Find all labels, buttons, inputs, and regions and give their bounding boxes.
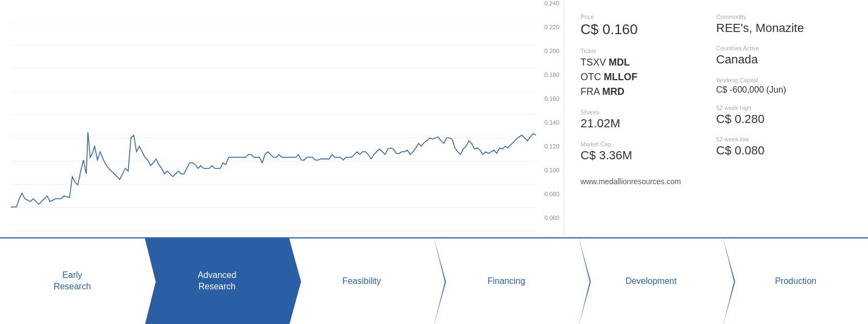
- countries-item: Countries Active Canada: [716, 45, 852, 67]
- commodity-item: Commodity REE's, Monazite: [716, 14, 852, 35]
- working-capital-label: Working Capital: [716, 77, 852, 83]
- y-label-7: 0.100: [544, 167, 559, 173]
- y-label-6: 0.120: [544, 143, 559, 150]
- ticker-label: Ticker: [580, 48, 716, 54]
- right-col: Commodity REE's, Monazite Countries Acti…: [716, 14, 852, 172]
- info-panel: Price C$ 0.160 Ticker TSXV MDL OTC MLLOF…: [564, 0, 868, 237]
- commodity-value: REE's, Monazite: [716, 21, 852, 35]
- y-label-8: 0.080: [544, 191, 559, 197]
- week-low-item: 52 week low C$ 0.080: [716, 136, 852, 158]
- pipeline-step-production: Production: [723, 238, 868, 324]
- market-cap-label: Market Cap: [580, 141, 716, 147]
- y-label-5: 0.140: [544, 119, 559, 126]
- y-label-0: 0.240: [544, 0, 559, 7]
- ticker-tsxv: TSXV MDL: [580, 55, 716, 70]
- working-capital-item: Working Capital C$ -600,000 (Jun): [716, 77, 852, 95]
- top-section: 0.240 0.220 0.200 0.180 0.160 0.140 0.12…: [0, 0, 868, 237]
- week-high-item: 52 week high C$ 0.280: [716, 105, 852, 126]
- pipeline-bar: EarlyResearch AdvancedResearch Feasibili…: [0, 237, 868, 324]
- countries-value: Canada: [716, 53, 852, 67]
- price-block: Price C$ 0.160 Ticker TSXV MDL OTC MLLOF…: [580, 14, 716, 172]
- price-value: C$ 0.160: [580, 21, 716, 38]
- y-label-1: 0.220: [544, 24, 559, 30]
- pipeline-label-development: Development: [626, 276, 676, 287]
- shares-label: Shares: [580, 109, 716, 115]
- week-high-label: 52 week high: [716, 105, 852, 111]
- week-low-value: C$ 0.080: [716, 144, 852, 158]
- pipeline-label-financing: Financing: [488, 276, 525, 287]
- y-label-9: 0.060: [544, 215, 559, 221]
- week-high-value: C$ 0.280: [716, 112, 852, 126]
- commodity-label: Commodity: [716, 14, 852, 20]
- y-label-2: 0.200: [544, 48, 559, 54]
- pipeline-label-advanced-research: AdvancedResearch: [197, 270, 236, 293]
- working-capital-value: C$ -600,000 (Jun): [716, 85, 852, 95]
- pipeline-label-production: Production: [775, 276, 816, 287]
- ticker-otc: OTC MLLOF: [580, 70, 716, 85]
- pipeline-step-feasibility: Feasibility: [289, 238, 434, 324]
- y-label-3: 0.180: [544, 72, 559, 78]
- shares-value: 21.02M: [580, 116, 716, 131]
- pipeline-step-advanced-research: AdvancedResearch: [145, 238, 290, 324]
- y-axis: 0.240 0.220 0.200 0.180 0.160 0.140 0.12…: [544, 0, 559, 221]
- pipeline-label-feasibility: Feasibility: [342, 276, 381, 287]
- countries-label: Countries Active: [716, 45, 852, 51]
- pipeline-label-early-research: EarlyResearch: [54, 270, 91, 293]
- website-block: www.medallionresources.com: [580, 177, 852, 186]
- ticker-item: Ticker TSXV MDL OTC MLLOF FRA MRD: [580, 48, 716, 99]
- price-label: Price: [580, 14, 716, 20]
- chart-area: 0.240 0.220 0.200 0.180 0.160 0.140 0.12…: [0, 0, 564, 237]
- y-label-4: 0.160: [544, 95, 559, 102]
- shares-item: Shares 21.02M: [580, 109, 716, 131]
- market-cap-item: Market Cap C$ 3.36M: [580, 141, 716, 163]
- pipeline-step-financing: Financing: [434, 238, 579, 324]
- market-cap-value: C$ 3.36M: [580, 148, 716, 163]
- ticker-fra: FRA MRD: [580, 85, 716, 99]
- price-item: Price C$ 0.160: [580, 14, 716, 38]
- website-url[interactable]: www.medallionresources.com: [580, 177, 681, 186]
- pipeline-step-early-research: EarlyResearch: [0, 238, 145, 324]
- price-chart: [11, 11, 558, 232]
- week-low-label: 52 week low: [716, 136, 852, 142]
- pipeline-step-development: Development: [579, 238, 724, 324]
- info-grid: Price C$ 0.160 Ticker TSXV MDL OTC MLLOF…: [580, 14, 852, 172]
- main-container: 0.240 0.220 0.200 0.180 0.160 0.140 0.12…: [0, 0, 868, 324]
